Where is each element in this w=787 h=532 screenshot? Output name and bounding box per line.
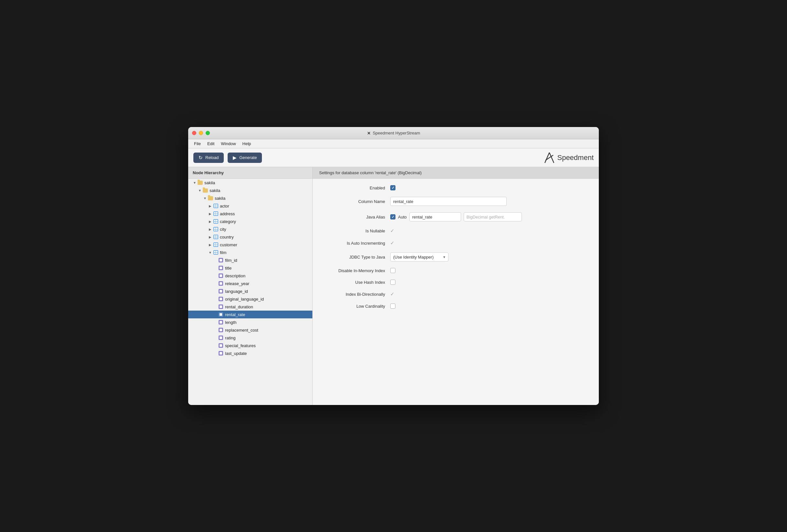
- java-alias-input[interactable]: [409, 212, 461, 221]
- tree-item-length[interactable]: length: [188, 318, 312, 326]
- tree-item-film[interactable]: ▼ film: [188, 248, 312, 256]
- generate-label: Generate: [239, 155, 257, 160]
- label-last-update: last_update: [225, 351, 247, 356]
- minimize-button[interactable]: [199, 131, 203, 135]
- label-language-id: language_id: [225, 289, 248, 294]
- arrow-address: ▶: [208, 212, 213, 216]
- tree-item-sakila-root[interactable]: ▼ sakila: [188, 179, 312, 186]
- label-sakila-root: sakila: [204, 180, 215, 185]
- enabled-label: Enabled: [325, 185, 390, 191]
- jdbc-type-select[interactable]: (Use Identity Mapper): [390, 252, 448, 262]
- tree-item-original-language-id[interactable]: original_language_id: [188, 295, 312, 303]
- enabled-check-icon: ✓: [391, 186, 395, 190]
- menu-file[interactable]: File: [191, 140, 204, 147]
- tree-item-special-features[interactable]: special_features: [188, 341, 312, 349]
- logo-text: Speedment: [557, 154, 594, 162]
- label-original-language-id: original_language_id: [225, 297, 264, 302]
- label-special-features: special_features: [225, 343, 256, 348]
- window-title: Speedment HyperStream: [373, 131, 420, 135]
- reload-button[interactable]: ↻ Reload: [193, 153, 224, 163]
- column-name-row: Column Name: [325, 197, 586, 206]
- label-address: address: [220, 212, 235, 216]
- arrow-actor: ▶: [208, 204, 213, 208]
- main-content: Node Hierarchy ▼ sakila ▼ sa: [188, 167, 599, 405]
- tree-item-city[interactable]: ▶ city: [188, 225, 312, 233]
- tree-item-actor[interactable]: ▶ actor: [188, 202, 312, 210]
- index-bi-control: ✓: [390, 291, 395, 297]
- tree-item-sakila-db[interactable]: ▼ sakila: [188, 194, 312, 202]
- table-icon-customer: [213, 242, 218, 248]
- app-window: ✕ Speedment HyperStream File Edit Window…: [188, 127, 599, 405]
- title-bar: ✕ Speedment HyperStream: [188, 127, 599, 139]
- tree-item-category[interactable]: ▶ category: [188, 218, 312, 225]
- tree-item-rental-rate[interactable]: rental_rate: [188, 311, 312, 318]
- toolbar: ↻ Reload ▶ Generate Speedment: [188, 148, 599, 167]
- tree-item-replacement-cost[interactable]: replacement_cost: [188, 326, 312, 334]
- sidebar: Node Hierarchy ▼ sakila ▼ sa: [188, 167, 313, 405]
- column-icon-description: [218, 273, 224, 279]
- tree-item-title[interactable]: title: [188, 264, 312, 272]
- jdbc-type-row: JDBC Type to Java (Use Identity Mapper) …: [325, 252, 586, 262]
- column-icon-rating: [218, 335, 224, 341]
- close-button[interactable]: [192, 131, 196, 135]
- column-icon-title: [218, 265, 224, 271]
- folder-icon-sakila-schema: [203, 187, 208, 193]
- tree-item-rating[interactable]: rating: [188, 334, 312, 341]
- column-icon-replacement-cost: [218, 327, 224, 333]
- disable-index-control: [390, 268, 396, 273]
- enabled-checkbox[interactable]: ✓: [390, 185, 396, 191]
- is-nullable-control: ✓: [390, 228, 395, 234]
- maximize-button[interactable]: [206, 131, 210, 135]
- column-icon-rental-rate: [218, 312, 224, 317]
- jdbc-type-control: (Use Identity Mapper) ▼: [390, 252, 448, 262]
- use-hash-checkbox[interactable]: [390, 280, 396, 285]
- column-name-input[interactable]: [390, 197, 507, 206]
- java-alias-auto-check-icon: ✓: [391, 215, 395, 219]
- table-icon-film: [213, 249, 218, 255]
- tree-item-country[interactable]: ▶ country: [188, 233, 312, 241]
- low-cardinality-checkbox[interactable]: [390, 304, 396, 309]
- column-icon-film-id: [218, 257, 224, 263]
- tree-item-sakila-schema[interactable]: ▼ sakila: [188, 186, 312, 194]
- menu-edit[interactable]: Edit: [204, 140, 218, 147]
- tree-item-last-update[interactable]: last_update: [188, 349, 312, 357]
- label-actor: actor: [220, 204, 229, 208]
- reload-label: Reload: [205, 155, 218, 160]
- menu-bar: File Edit Window Help: [188, 139, 599, 148]
- tree-item-film-id[interactable]: film_id: [188, 256, 312, 264]
- java-alias-auto-checkbox[interactable]: ✓: [390, 214, 396, 219]
- low-cardinality-row: Low Cardinality: [325, 304, 586, 309]
- label-film-id: film_id: [225, 258, 237, 263]
- column-icon-special-features: [218, 342, 224, 349]
- menu-help[interactable]: Help: [239, 140, 254, 147]
- index-bi-row: Index Bi-Directionally ✓: [325, 291, 586, 297]
- tree-container: ▼ sakila ▼ sakila ▼: [188, 179, 312, 357]
- column-icon-language-id: [218, 288, 224, 294]
- java-alias-method-input[interactable]: [464, 212, 522, 221]
- column-icon-rental-duration: [218, 304, 224, 310]
- folder-icon-sakila-root: [197, 180, 203, 185]
- reload-icon: ↻: [198, 155, 203, 161]
- label-length: length: [225, 320, 236, 325]
- column-icon-length: [218, 319, 224, 325]
- tree-item-release-year[interactable]: release_year: [188, 280, 312, 287]
- enabled-control: ✓: [390, 185, 396, 191]
- tree-item-rental-duration[interactable]: rental_duration: [188, 303, 312, 311]
- tree-item-customer[interactable]: ▶ customer: [188, 241, 312, 248]
- column-name-control: [390, 197, 507, 206]
- table-icon-address: [213, 211, 218, 217]
- generate-button[interactable]: ▶ Generate: [228, 153, 262, 163]
- tree-item-description[interactable]: description: [188, 272, 312, 280]
- is-nullable-row: Is Nullable ✓: [325, 228, 586, 234]
- disable-index-checkbox[interactable]: [390, 268, 396, 273]
- detail-header: Settings for database column 'rental_rat…: [313, 167, 599, 179]
- label-rating: rating: [225, 335, 236, 340]
- use-hash-label: Use Hash Index: [325, 280, 390, 285]
- tree-item-address[interactable]: ▶ address: [188, 210, 312, 218]
- menu-window[interactable]: Window: [218, 140, 239, 147]
- generate-icon: ▶: [233, 155, 237, 161]
- tree-item-language-id[interactable]: language_id: [188, 287, 312, 295]
- label-city: city: [220, 227, 226, 232]
- logo-icon: [544, 152, 555, 163]
- label-sakila-db: sakila: [215, 196, 226, 201]
